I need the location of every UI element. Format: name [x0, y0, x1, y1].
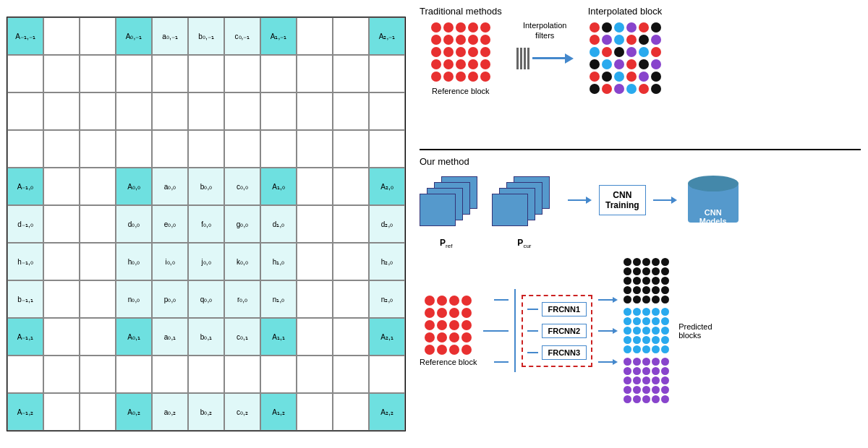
grid-cell: [7, 92, 43, 130]
grid-cell: [7, 356, 43, 393]
grid-cell: [260, 55, 297, 92]
p-ref-label: Pref: [440, 238, 452, 249]
filter-arrow-section: Interpolationfilters: [516, 6, 574, 69]
grid-cell: [7, 55, 43, 92]
bottom-row: Reference block: [420, 258, 861, 403]
our-method-section: Our method: [420, 150, 861, 442]
grid-cell: c₀,₂: [224, 393, 260, 431]
cnn-models-label: CNNModels: [684, 208, 742, 225]
stacked-blocks-ref: [420, 176, 481, 223]
ref-block-label-top: Reference block: [432, 87, 490, 95]
grid-cell: c₀,₁: [224, 318, 260, 356]
grid-cell: a₀,₁: [152, 318, 188, 356]
grid-cell: [80, 17, 116, 55]
grid-cell: [152, 92, 188, 130]
split-arrows: [483, 284, 509, 378]
grid-cell: [333, 280, 369, 318]
arrow-to-cnn: [568, 197, 592, 204]
grid-cell: [369, 356, 405, 393]
grid-cell: [224, 356, 260, 393]
grid-cell: [152, 130, 188, 168]
grid-cell: g₀,₀: [224, 205, 260, 243]
traditional-section: Traditional methods Reference block Inte…: [420, 6, 861, 150]
grid-cell: [333, 130, 369, 168]
grid-cell: e₀,₀: [152, 205, 188, 243]
grid-cell: c₀,₀: [224, 168, 260, 205]
grid-cell: [297, 168, 333, 205]
grid-cell: A₋₁,₂: [7, 393, 43, 431]
grid-cell: [188, 55, 224, 92]
grid-cell: d₀,₀: [116, 205, 152, 243]
grid-cell: [188, 92, 224, 130]
grid-cell: A₋₁,₁: [7, 318, 43, 356]
grid-cell: A₀,₁: [116, 318, 152, 356]
grid-cell: [116, 130, 152, 168]
grid-cell: [80, 393, 116, 431]
grid-cell: r₀,₀: [224, 280, 260, 318]
grid-cell: [369, 92, 405, 130]
grid-cell: [333, 17, 369, 55]
grid-cell: [188, 130, 224, 168]
grid-cell: [80, 280, 116, 318]
pred-grid-purple: [624, 358, 669, 403]
grid-cell: [43, 318, 80, 356]
grid-cell: [297, 393, 333, 431]
grid-cell: [80, 318, 116, 356]
arrow-to-models: [653, 197, 677, 204]
grid-cell: [333, 168, 369, 205]
p-cur-label: Pcur: [517, 238, 531, 249]
grid-cell: [43, 356, 80, 393]
grid-cell: [43, 168, 80, 205]
grid-cell: [43, 243, 80, 280]
vertical-connector: [514, 289, 516, 372]
grid-cell: h₀,₀: [116, 243, 152, 280]
grid-cell: q₀,₀: [188, 280, 224, 318]
grid-cell: [333, 55, 369, 92]
grid-cell: [297, 356, 333, 393]
grid-cell: A₁,₋₁: [260, 17, 297, 55]
grid-cell: n₁,₀: [260, 280, 297, 318]
grid-cell: [333, 393, 369, 431]
grid-cell: a₀,₀: [152, 168, 188, 205]
grid-cell: [297, 205, 333, 243]
interpolated-dot-grid: [590, 22, 661, 94]
grid-cell: [116, 55, 152, 92]
reference-dot-grid: [431, 22, 490, 82]
grid-cell: b₀,₀: [188, 168, 224, 205]
grid-cell: n₀,₀: [116, 280, 152, 318]
grid-cell: h₂,₀: [369, 243, 405, 280]
grid-cell: [43, 17, 80, 55]
interpolated-title: Interpolated block: [588, 6, 663, 17]
grid-cell: [43, 393, 80, 431]
grid-cell: [333, 205, 369, 243]
grid-cell: b₀,₋₁: [188, 17, 224, 55]
grid-cell: [116, 356, 152, 393]
traditional-title: Traditional methods: [420, 6, 502, 17]
grid-cell: [333, 243, 369, 280]
grid-cell: h₋₁,₀: [7, 243, 43, 280]
grid-cell: A₂,₁: [369, 318, 405, 356]
grid-cell: p₀,₀: [152, 280, 188, 318]
grid-cell: [297, 280, 333, 318]
stacked-blocks-cur: [492, 176, 553, 223]
grid-cell: [260, 356, 297, 393]
grid-cell: A₂,₋₁: [369, 17, 405, 55]
cnn-training-box: CNNTraining: [599, 185, 646, 215]
grid-cell: [43, 130, 80, 168]
grid-cell: [80, 205, 116, 243]
grid-cell: A₋₁,₋₁: [7, 17, 43, 55]
grid-cell: [297, 130, 333, 168]
grid-cell: [224, 55, 260, 92]
grid-cell: c₀,₋₁: [224, 17, 260, 55]
grid-cell: [369, 130, 405, 168]
grid-cell: [80, 356, 116, 393]
grid-cell: [43, 280, 80, 318]
grid-cell: A₂,₂: [369, 393, 405, 431]
grid-cell: [297, 92, 333, 130]
pred-grid-black: [624, 258, 669, 303]
grid-cell: f₀,₀: [188, 205, 224, 243]
grid-cell: [80, 168, 116, 205]
grid-cell: [80, 92, 116, 130]
grid-cell: [80, 130, 116, 168]
grid-cell: k₀,₀: [224, 243, 260, 280]
